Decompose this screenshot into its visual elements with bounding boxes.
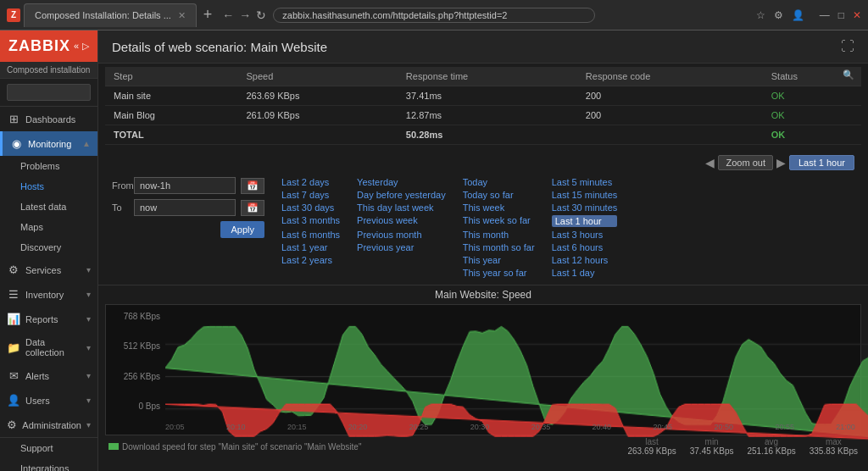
table-section: Step Speed Response time Response code S… — [98, 64, 868, 148]
expand-icon[interactable]: ▷ — [82, 41, 89, 52]
sidebar-item-integrations[interactable]: Integrations — [0, 458, 97, 471]
page-header: Details of web scenario: Main Website ⛶ — [98, 30, 868, 64]
quick-link[interactable]: Last 12 hours — [552, 255, 618, 265]
bookmark-icon[interactable]: ☆ — [756, 9, 765, 21]
quick-link[interactable]: This month so far — [463, 242, 535, 252]
monitoring-arrow: ▲ — [82, 139, 91, 148]
inventory-arrow: ▾ — [86, 290, 91, 299]
from-to-form: From 📅 To 📅 Apply — [112, 177, 264, 238]
sidebar-item-problems[interactable]: Problems — [0, 156, 97, 176]
quick-link[interactable]: Last 1 year — [281, 242, 340, 252]
close-button[interactable]: ✕ — [853, 9, 861, 21]
sidebar-item-users[interactable]: 👤 Users ▾ — [0, 388, 97, 413]
quick-link[interactable]: Last 6 months — [281, 230, 340, 240]
quick-link[interactable]: This year so far — [463, 268, 535, 278]
quick-link[interactable]: Today so far — [463, 190, 535, 200]
quick-link[interactable]: Last 2 years — [281, 255, 340, 265]
browser-tab[interactable]: Composed Installation: Details ... ✕ — [24, 3, 197, 27]
quick-link[interactable]: Today — [463, 177, 535, 187]
quick-link[interactable]: Day before yesterday — [357, 190, 446, 200]
sidebar-item-services[interactable]: ⚙ Services ▾ — [0, 258, 97, 282]
sidebar-item-latest-data[interactable]: Latest data — [0, 197, 97, 217]
quick-link[interactable]: Previous week — [357, 215, 446, 227]
quick-link — [357, 255, 446, 265]
sidebar-item-monitoring[interactable]: ◉ Monitoring ▲ — [0, 131, 97, 156]
col-step: Step — [105, 67, 237, 86]
sidebar-item-data-collection[interactable]: 📁 Data collection ▾ — [0, 331, 97, 363]
page-title: Details of web scenario: Main Website — [112, 40, 327, 54]
data-collection-arrow: ▾ — [86, 343, 91, 352]
quick-link[interactable]: Last 30 days — [281, 202, 340, 213]
zoom-prev-icon[interactable]: ◀ — [705, 156, 715, 169]
url-bar[interactable] — [273, 8, 595, 23]
table-row: Main Blog261.09 KBps12.87ms200OK — [105, 106, 861, 125]
x-label: 21:00 — [836, 423, 855, 431]
extensions-icon[interactable]: ⚙ — [774, 9, 783, 21]
maximize-button[interactable]: □ — [838, 9, 844, 21]
active-period-button[interactable]: Last 1 hour — [789, 155, 854, 170]
to-input[interactable] — [134, 199, 236, 216]
inventory-icon: ☰ — [7, 288, 20, 301]
tab-close-icon[interactable]: ✕ — [178, 10, 186, 21]
profile-icon[interactable]: 👤 — [792, 9, 804, 21]
tab-title: Composed Installation: Details ... — [35, 10, 171, 20]
x-label: 20:10 — [226, 423, 246, 431]
administration-icon: ⚙ — [7, 418, 17, 431]
sidebar-item-administration[interactable]: ⚙ Administration ▾ — [0, 413, 97, 437]
legend-green-color — [108, 443, 119, 450]
sidebar-item-hosts[interactable]: Hosts — [0, 176, 97, 197]
new-tab-icon[interactable]: + — [203, 6, 213, 24]
quick-link[interactable]: Last 3 months — [281, 215, 340, 227]
nav-controls: ← → ↻ — [222, 8, 266, 22]
sidebar-item-support[interactable]: Support — [0, 438, 97, 458]
quick-link[interactable]: Last 2 days — [281, 177, 340, 187]
quick-link[interactable]: Last 7 days — [281, 190, 340, 200]
sidebar-item-discovery[interactable]: Discovery — [0, 237, 97, 258]
quick-link[interactable]: Yesterday — [357, 177, 446, 187]
stat-avg-value: 251.16 KBps — [747, 446, 795, 456]
back-button[interactable]: ← — [222, 8, 234, 22]
reports-arrow: ▾ — [86, 314, 91, 324]
alerts-label: Alerts — [25, 371, 81, 381]
quick-link[interactable]: Last 15 minutes — [552, 190, 618, 200]
sidebar-item-inventory[interactable]: ☰ Inventory ▾ — [0, 282, 97, 307]
quick-link[interactable]: This month — [463, 230, 535, 240]
quick-link[interactable]: Last 1 day — [552, 268, 618, 278]
apply-button[interactable]: Apply — [220, 221, 264, 238]
zoom-controls: ◀ Zoom out ▶ Last 1 hour — [112, 155, 854, 170]
sidebar-item-reports[interactable]: 📊 Reports ▾ — [0, 307, 97, 331]
sidebar-item-dashboards[interactable]: ⊞ Dashboards — [0, 107, 97, 131]
quick-link[interactable]: This day last week — [357, 202, 446, 213]
x-label: 20:50 — [714, 423, 733, 431]
search-input[interactable] — [7, 84, 91, 101]
services-icon: ⚙ — [7, 263, 20, 276]
forward-button[interactable]: → — [239, 8, 251, 22]
from-input[interactable] — [134, 177, 236, 194]
dashboards-label: Dashboards — [25, 114, 91, 125]
quick-link[interactable]: This week so far — [463, 215, 535, 227]
data-collection-icon: 📁 — [7, 341, 20, 354]
quick-link — [357, 268, 446, 278]
quick-link[interactable]: Last 30 minutes — [552, 202, 618, 213]
reload-button[interactable]: ↻ — [256, 8, 266, 22]
minimize-button[interactable]: — — [820, 9, 830, 21]
quick-link[interactable]: Last 3 hours — [552, 230, 618, 240]
sidebar-item-maps[interactable]: Maps — [0, 217, 97, 237]
quick-link[interactable]: Previous year — [357, 242, 446, 252]
quick-link[interactable]: Last 1 hour — [552, 215, 618, 227]
zoom-out-button[interactable]: Zoom out — [718, 155, 772, 170]
from-calendar-button[interactable]: 📅 — [241, 178, 264, 194]
sidebar-item-alerts[interactable]: ✉ Alerts ▾ — [0, 363, 97, 388]
expand-icon[interactable]: ⛶ — [841, 39, 854, 54]
quick-link[interactable]: Last 5 minutes — [552, 177, 618, 187]
collapse-icon[interactable]: « — [74, 41, 79, 52]
quick-link[interactable]: Last 6 hours — [552, 242, 618, 252]
quick-link[interactable]: This week — [463, 202, 535, 213]
quick-link[interactable]: This year — [463, 255, 535, 265]
quick-link[interactable]: Previous month — [357, 230, 446, 240]
zoom-next-icon[interactable]: ▶ — [776, 156, 786, 169]
x-label: 20:55 — [775, 423, 794, 431]
col-speed: Speed — [237, 67, 397, 86]
to-calendar-button[interactable]: 📅 — [241, 200, 264, 216]
stat-max-value: 335.83 KBps — [810, 446, 858, 456]
